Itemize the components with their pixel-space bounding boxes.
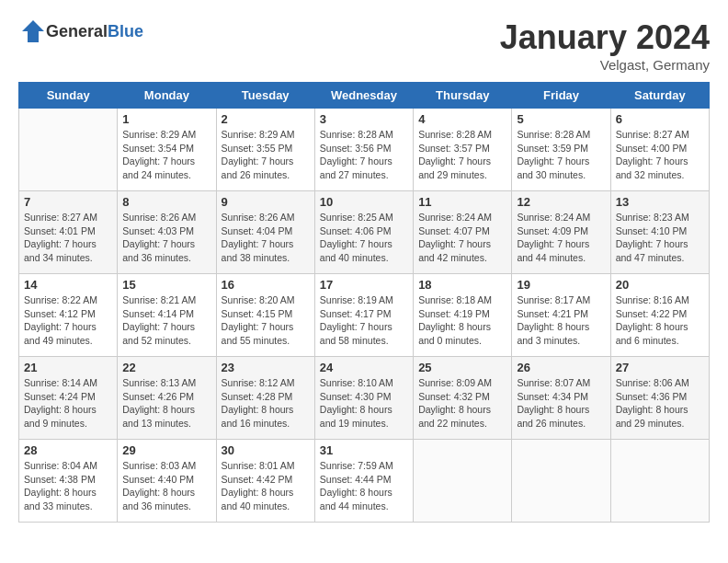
calendar-cell: 23Sunrise: 8:12 AMSunset: 4:28 PMDayligh… bbox=[216, 357, 314, 440]
calendar-cell bbox=[414, 440, 512, 523]
calendar-cell: 9Sunrise: 8:26 AMSunset: 4:04 PMDaylight… bbox=[216, 191, 314, 274]
day-number: 1 bbox=[122, 112, 210, 126]
svg-marker-0 bbox=[22, 20, 44, 42]
calendar-cell: 2Sunrise: 8:29 AMSunset: 3:55 PMDaylight… bbox=[216, 109, 314, 191]
day-info: Sunrise: 8:22 AMSunset: 4:12 PMDaylight:… bbox=[24, 293, 112, 348]
day-info: Sunrise: 8:26 AMSunset: 4:04 PMDaylight:… bbox=[222, 211, 310, 265]
day-info: Sunrise: 8:17 AMSunset: 4:21 PMDaylight:… bbox=[517, 293, 605, 348]
calendar-cell: 7Sunrise: 8:27 AMSunset: 4:01 PMDaylight… bbox=[19, 191, 118, 274]
weekday-monday: Monday bbox=[118, 83, 216, 109]
weekday-header-row: SundayMondayTuesdayWednesdayThursdayFrid… bbox=[19, 83, 710, 109]
calendar-cell: 28Sunrise: 8:04 AMSunset: 4:38 PMDayligh… bbox=[19, 440, 118, 523]
day-info: Sunrise: 8:14 AMSunset: 4:24 PMDaylight:… bbox=[24, 376, 112, 431]
day-info: Sunrise: 8:03 AMSunset: 4:40 PMDaylight:… bbox=[122, 459, 210, 513]
day-number: 26 bbox=[517, 361, 605, 374]
calendar-cell: 25Sunrise: 8:09 AMSunset: 4:32 PMDayligh… bbox=[414, 357, 512, 440]
month-title: January 2024 bbox=[500, 18, 710, 57]
calendar-cell bbox=[19, 109, 118, 191]
calendar-cell: 15Sunrise: 8:21 AMSunset: 4:14 PMDayligh… bbox=[118, 274, 216, 357]
calendar-cell: 18Sunrise: 8:18 AMSunset: 4:19 PMDayligh… bbox=[414, 274, 512, 357]
day-info: Sunrise: 8:20 AMSunset: 4:15 PMDaylight:… bbox=[222, 293, 310, 348]
day-info: Sunrise: 8:27 AMSunset: 4:00 PMDaylight:… bbox=[616, 128, 704, 182]
day-number: 21 bbox=[24, 361, 112, 374]
calendar-cell: 4Sunrise: 8:28 AMSunset: 3:57 PMDaylight… bbox=[414, 109, 512, 191]
calendar-cell: 10Sunrise: 8:25 AMSunset: 4:06 PMDayligh… bbox=[314, 191, 413, 274]
calendar-cell: 6Sunrise: 8:27 AMSunset: 4:00 PMDaylight… bbox=[610, 109, 709, 191]
day-number: 30 bbox=[222, 443, 310, 457]
calendar-cell: 20Sunrise: 8:16 AMSunset: 4:22 PMDayligh… bbox=[610, 274, 709, 357]
day-info: Sunrise: 8:07 AMSunset: 4:34 PMDaylight:… bbox=[517, 376, 605, 431]
day-number: 24 bbox=[320, 361, 408, 374]
day-number: 28 bbox=[24, 443, 112, 457]
weekday-wednesday: Wednesday bbox=[314, 83, 413, 109]
weekday-saturday: Saturday bbox=[610, 83, 709, 109]
week-row-3: 14Sunrise: 8:22 AMSunset: 4:12 PMDayligh… bbox=[19, 274, 710, 357]
day-info: Sunrise: 8:13 AMSunset: 4:26 PMDaylight:… bbox=[122, 376, 210, 431]
calendar-cell: 29Sunrise: 8:03 AMSunset: 4:40 PMDayligh… bbox=[118, 440, 216, 523]
calendar-cell: 1Sunrise: 8:29 AMSunset: 3:54 PMDaylight… bbox=[118, 109, 216, 191]
day-info: Sunrise: 8:28 AMSunset: 3:56 PMDaylight:… bbox=[320, 128, 408, 182]
day-info: Sunrise: 8:06 AMSunset: 4:36 PMDaylight:… bbox=[616, 376, 704, 431]
calendar-cell: 27Sunrise: 8:06 AMSunset: 4:36 PMDayligh… bbox=[610, 357, 709, 440]
day-info: Sunrise: 8:10 AMSunset: 4:30 PMDaylight:… bbox=[320, 376, 408, 431]
day-number: 15 bbox=[122, 278, 210, 292]
week-row-2: 7Sunrise: 8:27 AMSunset: 4:01 PMDaylight… bbox=[19, 191, 710, 274]
logo-icon bbox=[20, 18, 46, 44]
day-number: 3 bbox=[320, 112, 408, 126]
calendar-cell: 5Sunrise: 8:28 AMSunset: 3:59 PMDaylight… bbox=[512, 109, 610, 191]
day-number: 7 bbox=[24, 195, 112, 209]
week-row-1: 1Sunrise: 8:29 AMSunset: 3:54 PMDaylight… bbox=[19, 109, 710, 191]
day-number: 11 bbox=[418, 195, 506, 209]
calendar-cell: 31Sunrise: 7:59 AMSunset: 4:44 PMDayligh… bbox=[314, 440, 413, 523]
location-title: Velgast, Germany bbox=[500, 57, 710, 73]
day-number: 20 bbox=[616, 278, 704, 292]
day-info: Sunrise: 8:04 AMSunset: 4:38 PMDaylight:… bbox=[24, 459, 112, 513]
weekday-sunday: Sunday bbox=[19, 83, 118, 109]
day-number: 29 bbox=[122, 443, 210, 457]
day-number: 4 bbox=[418, 112, 506, 126]
day-number: 23 bbox=[222, 361, 310, 374]
logo-text: GeneralBlue bbox=[46, 22, 143, 41]
day-number: 9 bbox=[222, 195, 310, 209]
calendar-cell: 24Sunrise: 8:10 AMSunset: 4:30 PMDayligh… bbox=[314, 357, 413, 440]
day-info: Sunrise: 8:23 AMSunset: 4:10 PMDaylight:… bbox=[616, 211, 704, 265]
day-number: 25 bbox=[418, 361, 506, 374]
day-info: Sunrise: 8:24 AMSunset: 4:07 PMDaylight:… bbox=[418, 211, 506, 265]
weekday-thursday: Thursday bbox=[414, 83, 512, 109]
logo-general: General bbox=[46, 22, 108, 40]
day-info: Sunrise: 8:29 AMSunset: 3:55 PMDaylight:… bbox=[222, 128, 310, 182]
day-info: Sunrise: 8:28 AMSunset: 3:57 PMDaylight:… bbox=[418, 128, 506, 182]
day-number: 22 bbox=[122, 361, 210, 374]
day-number: 31 bbox=[320, 443, 408, 457]
day-info: Sunrise: 8:18 AMSunset: 4:19 PMDaylight:… bbox=[418, 293, 506, 348]
calendar-cell: 13Sunrise: 8:23 AMSunset: 4:10 PMDayligh… bbox=[610, 191, 709, 274]
day-number: 10 bbox=[320, 195, 408, 209]
calendar-cell: 8Sunrise: 8:26 AMSunset: 4:03 PMDaylight… bbox=[118, 191, 216, 274]
week-row-5: 28Sunrise: 8:04 AMSunset: 4:38 PMDayligh… bbox=[19, 440, 710, 523]
header: GeneralBlue January 2024 Velgast, German… bbox=[18, 18, 710, 73]
day-info: Sunrise: 8:24 AMSunset: 4:09 PMDaylight:… bbox=[517, 211, 605, 265]
day-number: 18 bbox=[418, 278, 506, 292]
day-info: Sunrise: 8:12 AMSunset: 4:28 PMDaylight:… bbox=[222, 376, 310, 431]
calendar-header: SundayMondayTuesdayWednesdayThursdayFrid… bbox=[19, 83, 710, 109]
day-info: Sunrise: 8:29 AMSunset: 3:54 PMDaylight:… bbox=[122, 128, 210, 182]
day-number: 14 bbox=[24, 278, 112, 292]
day-number: 8 bbox=[122, 195, 210, 209]
calendar-cell: 19Sunrise: 8:17 AMSunset: 4:21 PMDayligh… bbox=[512, 274, 610, 357]
logo: GeneralBlue bbox=[18, 18, 143, 44]
calendar-cell: 12Sunrise: 8:24 AMSunset: 4:09 PMDayligh… bbox=[512, 191, 610, 274]
weekday-friday: Friday bbox=[512, 83, 610, 109]
day-info: Sunrise: 8:21 AMSunset: 4:14 PMDaylight:… bbox=[122, 293, 210, 348]
day-number: 27 bbox=[616, 361, 704, 374]
calendar-cell: 26Sunrise: 8:07 AMSunset: 4:34 PMDayligh… bbox=[512, 357, 610, 440]
day-number: 17 bbox=[320, 278, 408, 292]
day-info: Sunrise: 8:19 AMSunset: 4:17 PMDaylight:… bbox=[320, 293, 408, 348]
day-number: 6 bbox=[616, 112, 704, 126]
weekday-tuesday: Tuesday bbox=[216, 83, 314, 109]
calendar-cell: 22Sunrise: 8:13 AMSunset: 4:26 PMDayligh… bbox=[118, 357, 216, 440]
day-info: Sunrise: 8:28 AMSunset: 3:59 PMDaylight:… bbox=[517, 128, 605, 182]
calendar-cell: 11Sunrise: 8:24 AMSunset: 4:07 PMDayligh… bbox=[414, 191, 512, 274]
calendar-cell: 30Sunrise: 8:01 AMSunset: 4:42 PMDayligh… bbox=[216, 440, 314, 523]
calendar-cell: 14Sunrise: 8:22 AMSunset: 4:12 PMDayligh… bbox=[19, 274, 118, 357]
day-info: Sunrise: 7:59 AMSunset: 4:44 PMDaylight:… bbox=[320, 459, 408, 513]
